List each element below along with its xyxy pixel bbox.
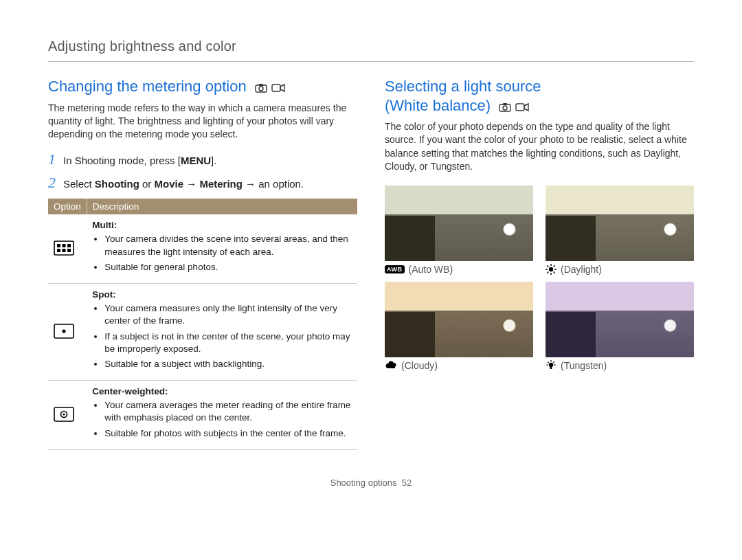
svg-rect-5 bbox=[57, 244, 60, 247]
camera-icon bbox=[255, 83, 267, 93]
wb-thumb-cloudy bbox=[385, 282, 533, 357]
svg-rect-1 bbox=[259, 84, 263, 86]
mode-icons bbox=[499, 102, 529, 112]
cell-center: Center-weighted: Your camera averages th… bbox=[87, 381, 357, 450]
opt-list: Your camera divides the scene into sever… bbox=[92, 233, 352, 273]
svg-point-12 bbox=[62, 330, 65, 333]
movie-bold: Movie bbox=[155, 178, 184, 190]
metering-center-icon bbox=[48, 381, 87, 450]
left-column: Changing the metering option The meterin… bbox=[48, 77, 357, 450]
columns: Changing the metering option The meterin… bbox=[48, 77, 694, 450]
metering-spot-icon bbox=[48, 284, 87, 381]
opt-title: Center-weighted bbox=[92, 386, 165, 396]
heading-whitebalance: Selecting a light source (White balance) bbox=[385, 77, 694, 115]
right-column: Selecting a light source (White balance)… bbox=[385, 77, 694, 450]
wb-caption: AWB (Auto WB) bbox=[385, 264, 533, 275]
list-item: Your camera divides the scene into sever… bbox=[104, 233, 352, 258]
mode-icons bbox=[255, 83, 285, 93]
wb-caption: (Daylight) bbox=[546, 264, 694, 275]
metering-bold: Metering bbox=[199, 178, 243, 190]
wb-heading-line2: (White balance) bbox=[385, 97, 491, 114]
wb-item-cloudy: (Cloudy) bbox=[385, 282, 533, 371]
wb-item-auto: AWB (Auto WB) bbox=[385, 186, 533, 275]
cloud-icon bbox=[385, 361, 397, 370]
camera-icon bbox=[499, 102, 511, 112]
svg-point-20 bbox=[549, 267, 553, 271]
list-item: Suitable for a subject with backlighting… bbox=[104, 358, 352, 370]
svg-line-27 bbox=[547, 272, 548, 273]
svg-line-25 bbox=[547, 266, 548, 267]
svg-rect-3 bbox=[272, 85, 280, 91]
list-item: If a subject is not in the center of the… bbox=[104, 331, 352, 355]
wb-grid: AWB (Auto WB) (Daylight) bbox=[385, 186, 694, 371]
list-item: Suitable for general photos. bbox=[104, 261, 352, 273]
bulb-icon bbox=[546, 360, 556, 371]
step-1-a: In Shooting mode, press [ bbox=[63, 155, 181, 166]
heading-metering-text: Changing the metering option bbox=[48, 78, 247, 95]
video-icon bbox=[515, 102, 529, 112]
list-item: Suitable for photos with subjects in the… bbox=[104, 427, 352, 440]
opt-list: Your camera averages the meter reading o… bbox=[92, 399, 352, 440]
svg-point-15 bbox=[63, 413, 65, 415]
wb-caption: (Cloudy) bbox=[385, 360, 533, 371]
metering-multi-icon bbox=[48, 214, 87, 283]
cell-multi: Multi: Your camera divides the scene int… bbox=[87, 214, 357, 283]
menu-key: MENU bbox=[181, 155, 211, 166]
wb-thumb-auto bbox=[385, 186, 533, 261]
list-item: Your camera measures only the light inte… bbox=[104, 302, 352, 327]
opt-list: Your camera measures only the light inte… bbox=[92, 302, 352, 370]
section-header: Adjusting brightness and color bbox=[48, 38, 694, 62]
svg-rect-10 bbox=[67, 249, 71, 252]
svg-rect-4 bbox=[54, 241, 74, 255]
th-option: Option bbox=[48, 199, 87, 214]
th-description: Description bbox=[87, 199, 357, 214]
wb-intro: The color of your photo depends on the t… bbox=[385, 120, 694, 173]
page-footer: Shooting options 52 bbox=[48, 478, 694, 488]
table-row: Multi: Your camera divides the scene int… bbox=[48, 214, 357, 283]
svg-rect-6 bbox=[63, 244, 66, 247]
cell-spot: Spot: Your camera measures only the ligh… bbox=[87, 284, 357, 381]
wb-heading-line1: Selecting a light source bbox=[385, 78, 541, 95]
svg-rect-19 bbox=[516, 104, 524, 111]
svg-rect-17 bbox=[503, 103, 507, 105]
sun-icon bbox=[546, 264, 556, 275]
svg-line-34 bbox=[548, 362, 549, 363]
wb-label: (Cloudy) bbox=[401, 360, 438, 371]
svg-rect-30 bbox=[550, 367, 552, 369]
step-1: 1 In Shooting mode, press [MENU]. bbox=[48, 150, 357, 168]
step-2-or: or bbox=[139, 178, 155, 190]
step-number: 2 bbox=[48, 174, 63, 192]
svg-point-2 bbox=[259, 87, 263, 91]
opt-title: Spot bbox=[92, 289, 113, 300]
arrow2: → an option. bbox=[243, 178, 304, 190]
wb-thumb-daylight bbox=[546, 186, 694, 261]
wb-item-daylight: (Daylight) bbox=[546, 186, 694, 275]
table-row: Center-weighted: Your camera averages th… bbox=[48, 381, 357, 450]
wb-label: (Daylight) bbox=[561, 264, 602, 275]
step-2-a: Select bbox=[63, 178, 95, 190]
svg-rect-9 bbox=[63, 249, 66, 252]
metering-table: Option Description Multi: Your camera di… bbox=[48, 199, 357, 449]
shooting-bold: Shooting bbox=[95, 178, 139, 190]
table-row: Spot: Your camera measures only the ligh… bbox=[48, 284, 357, 381]
metering-intro: The metering mode refers to the way in w… bbox=[48, 102, 357, 142]
video-icon bbox=[271, 83, 285, 93]
wb-caption: (Tungsten) bbox=[546, 360, 694, 371]
heading-metering: Changing the metering option bbox=[48, 77, 357, 96]
wb-label: (Auto WB) bbox=[409, 264, 453, 275]
step-2-text: Select Shooting or Movie → Metering → an… bbox=[63, 177, 304, 192]
svg-line-35 bbox=[553, 362, 554, 363]
step-number: 1 bbox=[48, 150, 63, 168]
steps: 1 In Shooting mode, press [MENU]. 2 Sele… bbox=[48, 150, 357, 192]
step-2: 2 Select Shooting or Movie → Metering → … bbox=[48, 174, 357, 192]
list-item: Your camera averages the meter reading o… bbox=[104, 399, 352, 424]
footer-section: Shooting options bbox=[330, 478, 397, 488]
svg-point-18 bbox=[503, 106, 507, 110]
awb-icon: AWB bbox=[385, 265, 405, 273]
svg-rect-8 bbox=[57, 249, 60, 252]
arrow1: → bbox=[183, 178, 199, 190]
svg-line-26 bbox=[554, 272, 555, 273]
step-1-text: In Shooting mode, press [MENU]. bbox=[63, 153, 216, 168]
svg-line-28 bbox=[554, 266, 555, 267]
wb-thumb-tungsten bbox=[546, 282, 694, 357]
